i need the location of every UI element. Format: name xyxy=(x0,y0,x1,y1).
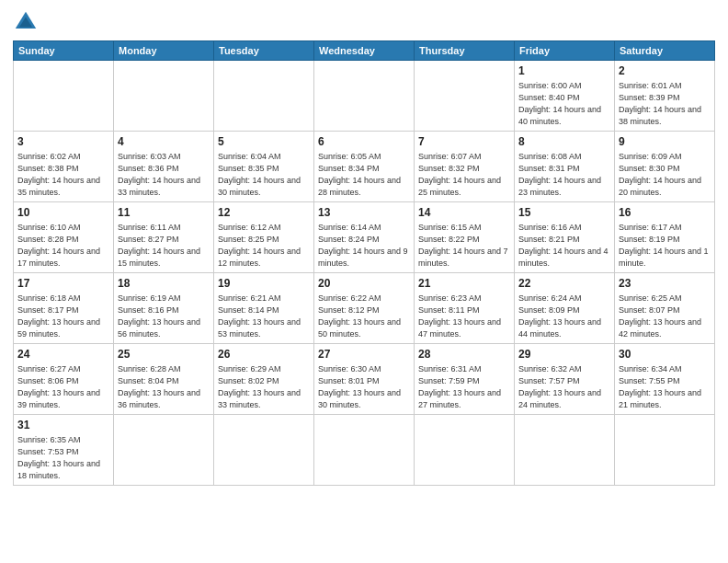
table-row xyxy=(415,414,515,485)
table-row: 29Sunrise: 6:32 AM Sunset: 7:57 PM Dayli… xyxy=(515,343,615,414)
table-row xyxy=(314,414,415,485)
table-row: 9Sunrise: 6:09 AM Sunset: 8:30 PM Daylig… xyxy=(615,131,715,201)
day-number: 18 xyxy=(118,276,210,292)
table-row: 12Sunrise: 6:12 AM Sunset: 8:25 PM Dayli… xyxy=(214,201,314,272)
day-info: Sunrise: 6:03 AM Sunset: 8:36 PM Dayligh… xyxy=(118,151,210,199)
table-row xyxy=(515,414,615,485)
day-info: Sunrise: 6:10 AM Sunset: 8:28 PM Dayligh… xyxy=(17,222,109,270)
day-number: 28 xyxy=(418,347,510,362)
day-info: Sunrise: 6:14 AM Sunset: 8:24 PM Dayligh… xyxy=(318,222,410,270)
table-row: 13Sunrise: 6:14 AM Sunset: 8:24 PM Dayli… xyxy=(314,201,415,272)
day-number: 10 xyxy=(17,205,109,221)
day-number: 17 xyxy=(17,276,109,292)
table-row: 11Sunrise: 6:11 AM Sunset: 8:27 PM Dayli… xyxy=(114,201,214,272)
header-tuesday: Tuesday xyxy=(214,41,314,61)
header-friday: Friday xyxy=(515,41,615,61)
day-number: 15 xyxy=(518,205,610,221)
day-info: Sunrise: 6:28 AM Sunset: 8:04 PM Dayligh… xyxy=(118,363,210,411)
table-row: 20Sunrise: 6:22 AM Sunset: 8:12 PM Dayli… xyxy=(314,272,415,343)
table-row: 21Sunrise: 6:23 AM Sunset: 8:11 PM Dayli… xyxy=(415,272,515,343)
day-number: 25 xyxy=(118,347,210,362)
day-number: 12 xyxy=(218,205,310,221)
day-info: Sunrise: 6:25 AM Sunset: 8:07 PM Dayligh… xyxy=(619,293,711,340)
day-number: 1 xyxy=(518,63,610,79)
day-number: 3 xyxy=(17,134,109,150)
logo xyxy=(13,9,42,35)
day-number: 29 xyxy=(518,347,610,362)
day-info: Sunrise: 6:07 AM Sunset: 8:32 PM Dayligh… xyxy=(418,151,510,199)
day-info: Sunrise: 6:27 AM Sunset: 8:06 PM Dayligh… xyxy=(17,363,109,411)
day-info: Sunrise: 6:02 AM Sunset: 8:38 PM Dayligh… xyxy=(17,151,109,199)
table-row: 4Sunrise: 6:03 AM Sunset: 8:36 PM Daylig… xyxy=(114,131,214,201)
day-info: Sunrise: 6:21 AM Sunset: 8:14 PM Dayligh… xyxy=(218,293,310,340)
day-number: 8 xyxy=(518,134,610,150)
table-row: 26Sunrise: 6:29 AM Sunset: 8:02 PM Dayli… xyxy=(214,343,314,414)
day-number: 6 xyxy=(318,134,410,150)
table-row: 30Sunrise: 6:34 AM Sunset: 7:55 PM Dayli… xyxy=(615,343,715,414)
table-row xyxy=(214,414,314,485)
table-row: 5Sunrise: 6:04 AM Sunset: 8:35 PM Daylig… xyxy=(214,131,314,201)
day-info: Sunrise: 6:09 AM Sunset: 8:30 PM Dayligh… xyxy=(619,151,711,199)
day-number: 14 xyxy=(418,205,510,221)
day-info: Sunrise: 6:23 AM Sunset: 8:11 PM Dayligh… xyxy=(418,293,510,340)
table-row xyxy=(114,414,214,485)
table-row: 24Sunrise: 6:27 AM Sunset: 8:06 PM Dayli… xyxy=(14,343,114,414)
table-row: 14Sunrise: 6:15 AM Sunset: 8:22 PM Dayli… xyxy=(415,201,515,272)
day-info: Sunrise: 6:11 AM Sunset: 8:27 PM Dayligh… xyxy=(118,222,210,270)
day-number: 30 xyxy=(619,347,711,362)
day-number: 19 xyxy=(218,276,310,292)
table-row: 1Sunrise: 6:00 AM Sunset: 8:40 PM Daylig… xyxy=(515,61,615,132)
day-info: Sunrise: 6:00 AM Sunset: 8:40 PM Dayligh… xyxy=(518,80,610,128)
header-saturday: Saturday xyxy=(615,41,715,61)
day-info: Sunrise: 6:19 AM Sunset: 8:16 PM Dayligh… xyxy=(118,293,210,340)
header-sunday: Sunday xyxy=(14,41,114,61)
day-info: Sunrise: 6:16 AM Sunset: 8:21 PM Dayligh… xyxy=(518,222,610,270)
table-row xyxy=(415,61,515,132)
day-number: 20 xyxy=(318,276,410,292)
table-row: 6Sunrise: 6:05 AM Sunset: 8:34 PM Daylig… xyxy=(314,131,415,201)
table-row: 7Sunrise: 6:07 AM Sunset: 8:32 PM Daylig… xyxy=(415,131,515,201)
day-info: Sunrise: 6:08 AM Sunset: 8:31 PM Dayligh… xyxy=(518,151,610,199)
day-number: 7 xyxy=(418,134,510,150)
day-number: 21 xyxy=(418,276,510,292)
day-info: Sunrise: 6:04 AM Sunset: 8:35 PM Dayligh… xyxy=(218,151,310,199)
day-info: Sunrise: 6:22 AM Sunset: 8:12 PM Dayligh… xyxy=(318,293,410,340)
day-info: Sunrise: 6:24 AM Sunset: 8:09 PM Dayligh… xyxy=(518,293,610,340)
day-number: 9 xyxy=(619,134,711,150)
table-row: 17Sunrise: 6:18 AM Sunset: 8:17 PM Dayli… xyxy=(14,272,114,343)
day-number: 24 xyxy=(17,347,109,362)
day-number: 5 xyxy=(218,134,310,150)
day-info: Sunrise: 6:31 AM Sunset: 7:59 PM Dayligh… xyxy=(418,363,510,411)
table-row: 19Sunrise: 6:21 AM Sunset: 8:14 PM Dayli… xyxy=(214,272,314,343)
day-number: 2 xyxy=(619,63,711,79)
table-row xyxy=(114,61,214,132)
table-row xyxy=(615,414,715,485)
table-row: 23Sunrise: 6:25 AM Sunset: 8:07 PM Dayli… xyxy=(615,272,715,343)
day-number: 16 xyxy=(619,205,711,221)
day-number: 22 xyxy=(518,276,610,292)
table-row: 16Sunrise: 6:17 AM Sunset: 8:19 PM Dayli… xyxy=(615,201,715,272)
table-row xyxy=(14,61,114,132)
table-row xyxy=(314,61,415,132)
table-row: 18Sunrise: 6:19 AM Sunset: 8:16 PM Dayli… xyxy=(114,272,214,343)
table-row: 25Sunrise: 6:28 AM Sunset: 8:04 PM Dayli… xyxy=(114,343,214,414)
header-thursday: Thursday xyxy=(415,41,515,61)
day-info: Sunrise: 6:18 AM Sunset: 8:17 PM Dayligh… xyxy=(17,293,109,340)
table-row: 31Sunrise: 6:35 AM Sunset: 7:53 PM Dayli… xyxy=(14,414,114,485)
header-monday: Monday xyxy=(114,41,214,61)
table-row: 3Sunrise: 6:02 AM Sunset: 8:38 PM Daylig… xyxy=(14,131,114,201)
table-row: 8Sunrise: 6:08 AM Sunset: 8:31 PM Daylig… xyxy=(515,131,615,201)
table-row: 22Sunrise: 6:24 AM Sunset: 8:09 PM Dayli… xyxy=(515,272,615,343)
day-info: Sunrise: 6:34 AM Sunset: 7:55 PM Dayligh… xyxy=(619,363,711,411)
table-row: 27Sunrise: 6:30 AM Sunset: 8:01 PM Dayli… xyxy=(314,343,415,414)
day-number: 27 xyxy=(318,347,410,362)
day-info: Sunrise: 6:01 AM Sunset: 8:39 PM Dayligh… xyxy=(619,80,711,128)
table-row xyxy=(214,61,314,132)
calendar-page: Sunday Monday Tuesday Wednesday Thursday… xyxy=(0,0,728,563)
table-row: 15Sunrise: 6:16 AM Sunset: 8:21 PM Dayli… xyxy=(515,201,615,272)
day-number: 31 xyxy=(17,418,109,433)
general-blue-logo-icon xyxy=(13,9,39,35)
calendar-table: Sunday Monday Tuesday Wednesday Thursday… xyxy=(13,40,715,486)
header xyxy=(13,9,715,35)
day-info: Sunrise: 6:35 AM Sunset: 7:53 PM Dayligh… xyxy=(17,434,109,482)
